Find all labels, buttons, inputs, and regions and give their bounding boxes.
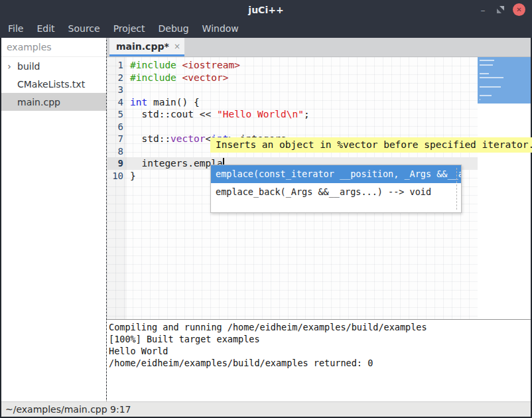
titlebar: juCi++ – ✕ xyxy=(0,0,532,19)
file-tree: ›buildCMakeLists.txtmain.cpp xyxy=(1,57,106,111)
code-area[interactable]: Inserts an object in %vector before spec… xyxy=(127,57,478,319)
code-token: int xyxy=(130,97,147,107)
minimap-line xyxy=(480,99,480,100)
editor: 12345678910 Inserts an object in %vector… xyxy=(107,57,531,319)
minimap xyxy=(478,57,531,319)
tree-item-build[interactable]: ›build xyxy=(1,57,106,75)
completion-item-0[interactable]: emplace(const_iterator __position, _Args… xyxy=(211,165,461,183)
menu-item-debug[interactable]: Debug xyxy=(152,19,196,38)
menu-item-file[interactable]: File xyxy=(1,19,30,38)
project-root-label: examples xyxy=(1,38,106,57)
minimap-line xyxy=(480,86,501,88)
app-window: juCi++ – ✕ FileEditSourceProjectDebugWin… xyxy=(0,0,532,418)
tree-item-label: CMakeLists.txt xyxy=(17,79,85,90)
tab-close-icon[interactable]: × xyxy=(174,42,180,51)
menu-item-window[interactable]: Window xyxy=(196,19,245,38)
code-line-6[interactable] xyxy=(127,121,478,133)
code-line-2[interactable]: #include <vector> xyxy=(127,72,478,84)
code-line-5[interactable]: std::cout << "Hello World\n"; xyxy=(127,108,478,121)
menu-item-source[interactable]: Source xyxy=(62,19,107,38)
tree-item-label: build xyxy=(17,61,40,72)
line-number-1: 1 xyxy=(107,59,127,72)
line-number-gutter: 12345678910 xyxy=(107,57,127,319)
minimap-line xyxy=(480,64,493,66)
output-line: [100%] Built target examples xyxy=(109,333,531,345)
minimap-line xyxy=(480,73,489,74)
line-number-9: 9 xyxy=(107,157,127,170)
expander-icon[interactable]: › xyxy=(4,61,15,72)
minimize-button[interactable]: – xyxy=(478,5,488,15)
menu-item-edit[interactable]: Edit xyxy=(30,19,61,38)
line-number-4: 4 xyxy=(107,96,127,109)
code-line-3[interactable] xyxy=(127,84,478,96)
line-number-10: 10 xyxy=(107,170,127,182)
tree-item-main-cpp[interactable]: main.cpp xyxy=(1,93,106,111)
minimap-slider[interactable] xyxy=(478,57,531,104)
code-token: integers.empla xyxy=(130,158,223,169)
minimap-line xyxy=(480,95,492,96)
menubar: FileEditSourceProjectDebugWindow xyxy=(0,19,532,38)
line-number-2: 2 xyxy=(107,72,127,84)
completion-doc-tooltip: Inserts an object in %vector before spec… xyxy=(210,137,532,153)
code-token: #include xyxy=(130,72,176,83)
code-token: #include xyxy=(130,60,176,70)
code-line-4[interactable]: int main() { xyxy=(127,96,478,109)
menu-item-project[interactable]: Project xyxy=(107,19,152,38)
tabbar: main.cpp* × xyxy=(107,38,531,57)
tree-item-cmakelists-txt[interactable]: CMakeLists.txt xyxy=(1,75,106,93)
statusbar: ~/examples/main.cpp 9:17 xyxy=(1,401,531,417)
code-token: <vector> xyxy=(182,72,229,83)
code-token: "Hello World\n" xyxy=(217,109,304,119)
line-number-3: 3 xyxy=(107,84,127,96)
window-title: juCi++ xyxy=(248,5,283,15)
code-line-1[interactable]: #include <iostream> xyxy=(127,59,478,72)
line-number-8: 8 xyxy=(107,145,127,158)
code-token: std:: xyxy=(130,133,170,144)
code-token: } xyxy=(130,171,136,181)
output-line: Compiling and running /home/eidheim/exam… xyxy=(109,321,531,333)
minimap-line xyxy=(480,60,494,61)
code-token: vector xyxy=(170,133,205,144)
line-number-6: 6 xyxy=(107,121,127,133)
output-line: /home/eidheim/examples/build/examples re… xyxy=(109,357,531,369)
output-panel[interactable]: Compiling and running /home/eidheim/exam… xyxy=(107,320,531,401)
completion-popup: emplace(const_iterator __position, _Args… xyxy=(210,165,462,213)
line-number-7: 7 xyxy=(107,133,127,145)
code-token: <iostream> xyxy=(182,60,240,70)
window-controls: – ✕ xyxy=(478,0,525,19)
output-line: Hello World xyxy=(109,345,531,357)
restore-icon[interactable] xyxy=(497,6,504,13)
code-token xyxy=(176,72,182,83)
completion-item-1[interactable]: emplace_back(_Args &&__args...) --> void xyxy=(211,183,461,201)
close-button[interactable]: ✕ xyxy=(513,3,525,16)
code-token: std::cout << xyxy=(130,109,217,119)
minimap-line xyxy=(480,77,503,78)
code-token: ; xyxy=(304,109,310,119)
tab-label: main.cpp* xyxy=(116,41,174,52)
sidebar: examples ›buildCMakeLists.txtmain.cpp xyxy=(1,38,106,401)
code-token: main() { xyxy=(147,97,200,107)
code-token xyxy=(176,60,182,70)
tab-main-cpp[interactable]: main.cpp* × xyxy=(109,38,184,56)
line-number-5: 5 xyxy=(107,108,127,121)
tree-item-label: main.cpp xyxy=(17,97,60,107)
